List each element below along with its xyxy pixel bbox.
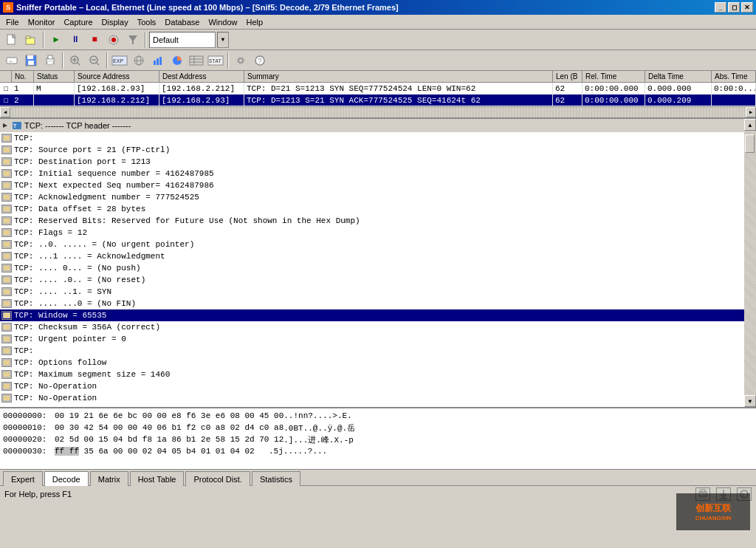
tb-new-button[interactable] [3, 32, 21, 48]
decode-scroll-track[interactable] [744, 131, 756, 395]
decode-row-7[interactable]: TCP: Reserved Bits: Reserved for Future … [0, 215, 744, 227]
decode-row-22[interactable]: TCP: No-Operation [0, 392, 744, 404]
decode-row-13[interactable]: TCP: .... ..1. = SYN [0, 286, 744, 298]
packet-row-1[interactable]: ☐ 1 M [192.168.2.93] [192.168.2.212] TCP… [0, 83, 756, 95]
decode-row-icon-18 [1, 346, 12, 355]
profile-dropdown[interactable]: Default [149, 32, 216, 48]
tb-filter-button[interactable] [124, 32, 142, 48]
svg-marker-41 [3, 123, 7, 128]
svg-marker-6 [128, 35, 137, 44]
col-header-src: Source Address [75, 71, 159, 82]
tb-stop-button[interactable]: ■ [86, 32, 103, 48]
tb-pie-button[interactable] [168, 52, 186, 69]
minimize-button[interactable]: _ [715, 2, 726, 13]
window-controls: _ ◻ ✕ [715, 2, 753, 13]
decode-row-icon-14 [1, 299, 12, 308]
decode-row-15[interactable]: TCP: Window = 65535 [0, 309, 744, 321]
decode-row-12[interactable]: TCP: .... .0.. = (No reset) [0, 274, 744, 286]
tab-decode[interactable]: Decode [44, 471, 89, 486]
watermark: 创新互联 CHUANGXIN [676, 493, 750, 530]
decode-row-9[interactable]: TCP: ..0. ..... = (No urgent pointer) [0, 239, 744, 250]
tb-print-button[interactable] [41, 52, 59, 69]
hex-offset-1: 00000010: [3, 423, 55, 432]
decode-row-icon-10 [1, 252, 12, 261]
decode-row-icon-0 [1, 134, 12, 143]
decode-row-20[interactable]: TCP: Maximum segment size = 1460 [0, 369, 744, 380]
decode-row-19[interactable]: TCP: Options follow [0, 357, 744, 369]
tb-table-button[interactable] [188, 52, 205, 69]
toolbar-separator-2 [145, 32, 146, 48]
packet-h-scrollbar[interactable]: ◀ ▶ [0, 106, 756, 117]
tb-open-button[interactable] [22, 32, 40, 48]
decode-row-10[interactable]: TCP: ...1 .... = Acknowledgment [0, 250, 744, 262]
menu-window[interactable]: Window [204, 16, 241, 28]
tb-stats-button[interactable]: STAT [207, 52, 224, 69]
menu-file[interactable]: File [1, 16, 24, 28]
menu-monitor[interactable]: Monitor [24, 16, 60, 28]
decode-row-6[interactable]: TCP: Data offset = 28 bytes [0, 203, 744, 215]
tb-capture-button[interactable] [105, 32, 123, 48]
tb-back-button[interactable]: ← [3, 52, 21, 69]
svg-rect-31 [190, 56, 203, 65]
decode-row-11[interactable]: TCP: .... 0... = (No push) [0, 262, 744, 274]
tb-help-button[interactable]: ? [251, 52, 269, 69]
decode-row-icon-4 [1, 181, 12, 190]
decode-row-icon-8 [1, 228, 12, 237]
tb-play-button[interactable]: ▶ [47, 32, 65, 48]
svg-point-37 [238, 58, 243, 63]
decode-row-18[interactable]: TCP: [0, 345, 744, 357]
decode-row-2[interactable]: TCP: Destination port = 1213 [0, 156, 744, 168]
decode-row-17[interactable]: TCP: Urgent pointer = 0 [0, 333, 744, 345]
tb-zoom-in-button[interactable] [66, 52, 84, 69]
h-scroll-left-btn[interactable]: ◀ [0, 107, 10, 117]
toolbar-separator-3 [62, 52, 63, 69]
packet-checkbox-2[interactable]: ☐ [0, 95, 12, 105]
menu-tools[interactable]: Tools [133, 16, 161, 28]
decode-row-14[interactable]: TCP: .... ...0 = (No FIN) [0, 298, 744, 309]
decode-row-21[interactable]: TCP: No-Operation [0, 380, 744, 392]
decode-row-text-19: TCP: Options follow [14, 357, 106, 369]
decode-row-text-14: TCP: .... ...0 = (No FIN) [14, 298, 136, 309]
hex-bytes-1: 00 30 42 54 00 00 40 06 b1 f2 c0 a8 02 d… [55, 423, 284, 432]
decode-row-8[interactable]: TCP: Flags = 12 [0, 227, 744, 239]
decode-row-1[interactable]: TCP: Source port = 21 (FTP-ctrl) [0, 144, 744, 156]
decode-row-text-17: TCP: Urgent pointer = 0 [14, 333, 126, 345]
profile-dropdown-arrow[interactable]: ▼ [217, 32, 229, 48]
decode-row-0[interactable]: TCP: [0, 132, 744, 144]
tab-protocol-dist[interactable]: Protocol Dist. [185, 471, 250, 486]
packet-row-2[interactable]: ☐ 2 [192.168.2.212] [192.168.2.93] TCP: … [0, 95, 756, 106]
tab-expert[interactable]: Expert [3, 471, 43, 486]
tab-statistics[interactable]: Statistics [252, 471, 300, 486]
decode-row-5[interactable]: TCP: Acknowledgment number = 777524525 [0, 191, 744, 203]
h-scroll-right-btn[interactable]: ▶ [746, 107, 756, 117]
h-scroll-track[interactable] [10, 107, 746, 117]
toolbar-separator-1 [43, 32, 44, 48]
tb-chart-button[interactable] [149, 52, 167, 69]
packet-checkbox-1[interactable]: ☐ [0, 83, 12, 93]
decode-row-icon-5 [1, 193, 12, 202]
decode-row-icon-22 [1, 394, 12, 403]
tb-save-button[interactable] [22, 52, 40, 69]
tb-zoom-out-button[interactable] [86, 52, 103, 69]
svg-point-5 [111, 38, 116, 42]
decode-scroll-up[interactable]: ▲ [744, 119, 756, 131]
tab-host-table[interactable]: Host Table [130, 471, 185, 486]
tb-network-button[interactable] [130, 52, 148, 69]
decode-row-16[interactable]: TCP: Checksum = 356A (correct) [0, 321, 744, 333]
decode-row-4[interactable]: TCP: Next expected Seq number= 416248798… [0, 179, 744, 191]
menu-help[interactable]: Help [242, 16, 268, 28]
close-button[interactable]: ✕ [741, 2, 753, 13]
tb-pause-button[interactable]: ⏸ [66, 32, 84, 48]
tb-expert-button[interactable]: EXP [111, 52, 128, 69]
decode-row-3[interactable]: TCP: Initial sequence number = 416248798… [0, 168, 744, 179]
svg-rect-87 [4, 384, 10, 388]
tb-settings-button[interactable] [232, 52, 250, 69]
decode-v-scrollbar[interactable]: ▲ ▼ [744, 119, 756, 407]
restore-button[interactable]: ◻ [728, 2, 740, 13]
tab-matrix[interactable]: Matrix [90, 471, 128, 486]
decode-scroll-down[interactable]: ▼ [744, 395, 756, 407]
menu-display[interactable]: Display [97, 16, 133, 28]
menu-capture[interactable]: Capture [59, 16, 97, 28]
menu-database[interactable]: Database [160, 16, 204, 28]
decode-row-icon-12 [1, 275, 12, 284]
